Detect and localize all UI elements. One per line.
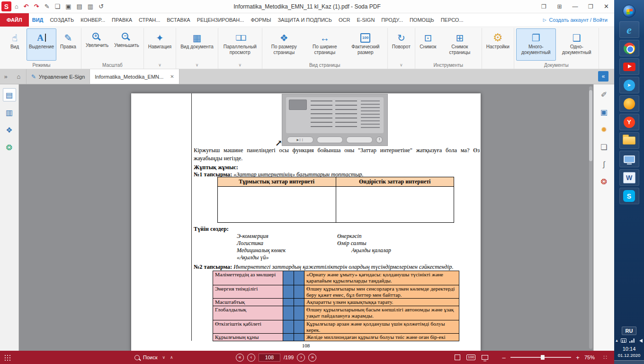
start-button[interactable] xyxy=(619,3,639,19)
language-indicator[interactable]: RU xyxy=(622,327,637,335)
print-page-icon[interactable]: ▥ xyxy=(88,3,93,9)
taskbar-item-skype[interactable]: S xyxy=(619,188,639,204)
network-icon[interactable] xyxy=(629,338,635,343)
show-desktop-button[interactable] xyxy=(614,360,644,364)
minimize-button[interactable]: — xyxy=(567,0,583,13)
menu-forms[interactable]: ФОРМЫ xyxy=(247,13,274,27)
previous-page-button[interactable]: ‹ xyxy=(247,354,255,362)
menu-create[interactable]: СОЗДАТЬ xyxy=(46,13,77,27)
zoom-in-button[interactable]: + xyxy=(575,355,581,361)
tools-panel-icon[interactable]: ✐ xyxy=(601,90,607,99)
actual-size-icon[interactable]: 100 xyxy=(466,355,475,360)
tab-esign-management[interactable]: ✎ Управление E-Sign xyxy=(27,69,90,84)
badge-panel-icon[interactable]: ❂ xyxy=(601,177,607,186)
tab-overflow-icon[interactable]: » xyxy=(0,69,11,84)
menu-file[interactable]: ФАЙЛ xyxy=(0,13,29,27)
print-icon[interactable]: ▤ xyxy=(77,3,82,9)
resize-grip-icon[interactable]: ∷ xyxy=(603,354,608,361)
panel-collapse-button[interactable]: « xyxy=(598,71,608,82)
taskbar-item-chrome[interactable] xyxy=(619,40,639,56)
close-tab-icon[interactable]: ✕ xyxy=(170,74,174,79)
account-link[interactable]: ▷ Создать аккаунт / Войти xyxy=(543,13,614,27)
edit-icon[interactable]: ✎ xyxy=(45,3,50,9)
save-icon[interactable]: ▣ xyxy=(65,3,71,9)
menu-review[interactable]: РЕЦЕНЗИРОВАН... xyxy=(194,13,248,27)
vertical-scrollbar[interactable] xyxy=(589,86,592,349)
multi-document-button[interactable]: ❐ Много-документный xyxy=(516,28,556,61)
scrollbar-thumb[interactable] xyxy=(589,90,592,161)
taskbar-item-word[interactable]: W xyxy=(619,169,639,186)
taskbar-item-yandex[interactable]: Y xyxy=(619,114,639,130)
maximize-button[interactable]: ❐ xyxy=(583,0,599,13)
first-page-button[interactable]: « xyxy=(236,354,244,362)
chevron-down-icon[interactable]: ∨ xyxy=(145,61,174,69)
zoom-slider-thumb[interactable] xyxy=(541,355,545,360)
page-number-input[interactable]: 108 xyxy=(259,354,280,362)
grid-handle-icon[interactable] xyxy=(5,355,10,361)
taskbar-item-folder[interactable] xyxy=(619,132,639,149)
document-area[interactable]: Кіржуғыш мәшине панеліндегі осы функция … xyxy=(19,84,593,351)
menu-pages[interactable]: СТРАН... xyxy=(135,13,163,27)
layers-panel-icon[interactable]: ❖ xyxy=(3,123,16,136)
last-page-button[interactable]: » xyxy=(308,354,316,362)
fit-screen-icon[interactable] xyxy=(482,355,488,360)
redo-icon[interactable]: ↷ xyxy=(34,3,39,9)
search-next-icon[interactable]: ∨ xyxy=(162,355,165,360)
home-icon[interactable]: ⌂ xyxy=(15,3,18,9)
tray-chevron-icon[interactable]: ▴ xyxy=(616,338,618,343)
attachments-panel-icon[interactable]: ∫ xyxy=(603,160,605,169)
menu-products[interactable]: ПРОДУ... xyxy=(378,13,406,27)
history-icon[interactable]: ↺ xyxy=(98,3,104,9)
rotate-button[interactable]: ↻ Поворот xyxy=(390,28,413,61)
menu-ocr[interactable]: OCR xyxy=(335,13,353,27)
bookmarks-panel-icon[interactable]: ▥ xyxy=(3,106,16,119)
home-tab[interactable]: ⌂ xyxy=(11,69,27,84)
edit-mode-button[interactable]: ✎ Правка xyxy=(57,28,79,61)
taskbar-item-app[interactable] xyxy=(619,95,639,112)
volume-icon[interactable] xyxy=(637,339,643,343)
zoom-out-button[interactable]: – xyxy=(501,355,507,361)
close-button[interactable]: ✕ xyxy=(599,0,614,13)
web-panel-icon[interactable]: ❂ xyxy=(3,141,16,154)
taskbar-clock[interactable]: 10:14 01.12.2020 xyxy=(618,346,641,359)
popout-icon[interactable]: ❐ xyxy=(536,0,552,13)
settings-button[interactable]: ⚙ Настройки xyxy=(484,28,512,61)
chevron-down-icon[interactable]: ∨ xyxy=(389,61,413,69)
apps-icon[interactable]: ⊞ xyxy=(552,0,567,13)
taskbar-item-internet-explorer[interactable]: e xyxy=(619,21,639,38)
new-document-icon[interactable]: ❏ xyxy=(55,3,61,9)
taskbar-item-computer[interactable] xyxy=(619,151,639,167)
undo-icon[interactable]: ↶ xyxy=(24,3,29,9)
menu-insert[interactable]: ВСТАВКА xyxy=(163,13,193,27)
parallel-view-button[interactable]: ❏❏ Параллельный просмотр xyxy=(220,28,260,61)
navigation-button[interactable]: ✦ Навигация xyxy=(146,28,174,61)
document-view-button[interactable]: ▦ Вид документа xyxy=(178,28,216,61)
export-panel-icon[interactable]: ❏ xyxy=(600,143,607,152)
zoom-in-button[interactable]: + Увеличить xyxy=(83,28,111,61)
taskbar-item-youtube[interactable] xyxy=(619,58,639,75)
menu-view[interactable]: ВИД xyxy=(29,13,47,27)
chevron-down-icon[interactable]: ∨ xyxy=(220,61,260,69)
single-document-button[interactable]: ❑ Одно-документный xyxy=(557,28,597,61)
view-mode-button[interactable]: ☝ Вид xyxy=(4,28,26,61)
search-control[interactable]: Поиск ∨ ∧ xyxy=(134,351,173,364)
menu-convert[interactable]: КОНВЕР... xyxy=(77,13,108,27)
actual-size-button[interactable]: 100 Фактический размер xyxy=(346,28,385,61)
fullscreen-icon[interactable] xyxy=(455,355,460,360)
tab-document[interactable]: Informatika_Metodika_EMN... ✕ xyxy=(90,69,179,84)
menu-edit[interactable]: ПРАВКА xyxy=(108,13,135,27)
fit-width-button[interactable]: ↔ По ширине страницы xyxy=(305,28,345,61)
page-thumbnails-panel-icon[interactable]: ▤ xyxy=(3,88,16,101)
fit-page-button[interactable]: ❖ По размеру страницы xyxy=(264,28,304,61)
taskbar-item-telegram[interactable]: ➤ xyxy=(619,77,639,93)
menu-esign[interactable]: E-SIGN xyxy=(353,13,378,27)
search-prev-icon[interactable]: ∧ xyxy=(170,355,173,360)
stamps-panel-icon[interactable]: ▣ xyxy=(600,108,608,117)
next-page-button[interactable]: › xyxy=(297,354,305,362)
snapshot-button[interactable]: ⊡ Снимок xyxy=(417,28,439,61)
chevron-down-icon[interactable]: ∨ xyxy=(178,61,216,69)
menu-help[interactable]: ПОМОЩЬ xyxy=(406,13,438,27)
zoom-slider[interactable] xyxy=(510,357,571,358)
menu-secure-sign[interactable]: ЗАЩИТА И ПОДПИСЬ xyxy=(274,13,335,27)
menu-personalize[interactable]: ПЕРСО... xyxy=(438,13,467,27)
